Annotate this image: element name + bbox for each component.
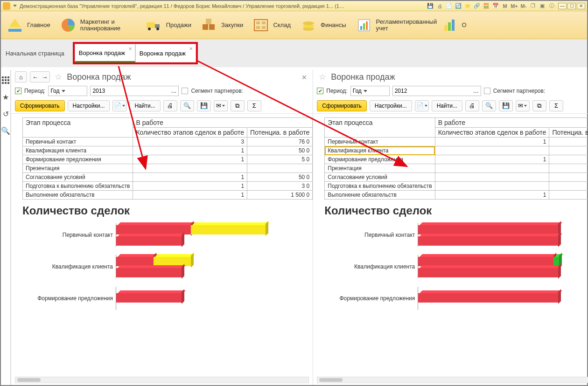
nav-finance[interactable]: Финансы (299, 16, 346, 34)
refresh-icon[interactable]: 🔃 (455, 2, 462, 10)
nav-main[interactable]: Главное (6, 16, 50, 34)
table-row[interactable]: Согласование условий150 0 (23, 173, 313, 182)
year-input[interactable]: 2012… (392, 86, 481, 96)
nav-more[interactable]: О (441, 16, 467, 34)
variants-button[interactable]: 📄 (112, 100, 126, 111)
settings-button[interactable]: Настройки... (370, 100, 412, 111)
panel-icon[interactable]: ▣ (539, 2, 546, 10)
find-button[interactable]: Найти... (432, 100, 462, 111)
preview-button[interactable]: 🔍 (482, 100, 496, 111)
compare-button[interactable]: ⧉ (532, 100, 546, 111)
nav-regulated[interactable]: Регламентированный учет (355, 16, 432, 34)
print-button[interactable]: 🖨 (163, 100, 177, 111)
chart-right: Первичный контакт Квалификация клиента (324, 221, 588, 319)
save-button[interactable]: 💾 (499, 100, 513, 111)
history-icon[interactable]: ↺ (1, 109, 10, 118)
svg-rect-11 (262, 21, 266, 24)
report-icon (355, 16, 373, 34)
tabs-bar: Начальная страница Воронка продаж ✕ Воро… (1, 39, 587, 67)
svg-rect-3 (155, 24, 160, 28)
table-row[interactable]: Квалификация клиента150 0 (23, 146, 313, 155)
svg-rect-12 (256, 26, 260, 29)
svg-rect-18 (360, 26, 362, 30)
period-combo[interactable]: Год (350, 86, 390, 96)
memory-m[interactable]: M (501, 2, 509, 10)
settings-button[interactable]: Настройки... (68, 100, 110, 111)
nav-warehouse[interactable]: Склад (252, 16, 291, 34)
h-scrollbar[interactable] (15, 377, 309, 383)
variants-button[interactable]: 📄 (415, 100, 429, 111)
nav-purchases[interactable]: Закупки (200, 16, 243, 34)
home-button[interactable]: ⌂ (15, 71, 27, 83)
close-button[interactable]: ✕ (577, 3, 585, 9)
table-row[interactable]: Подготовка к выполнению обязательств (325, 182, 588, 191)
compare-button[interactable]: ⧉ (231, 100, 245, 111)
app-icon (3, 2, 10, 10)
star-icon[interactable]: ☆ (55, 72, 62, 82)
print-button[interactable]: 🖨 (465, 100, 479, 111)
table-row[interactable]: Презентация (325, 164, 588, 173)
table-row[interactable]: Первичный контакт113 (325, 138, 588, 146)
favorites-icon[interactable]: ★ (1, 92, 10, 102)
col-potential: Потенциа. в работе (247, 128, 313, 138)
period-checkbox[interactable]: ✔ (317, 88, 323, 94)
sum-button[interactable]: Σ (247, 100, 261, 111)
period-combo[interactable]: Год (48, 86, 87, 96)
table-row[interactable]: Первичный контакт376 0 (23, 138, 313, 146)
table-row[interactable]: Выполнение обязательств11 500 0 (23, 191, 313, 200)
calc-icon[interactable]: 🧮 (483, 2, 490, 10)
tab-funnel-1[interactable]: Воронка продаж ✕ (75, 44, 135, 62)
title-bar: Демонстрационная база "Управление торгов… (1, 1, 587, 11)
svg-rect-20 (366, 21, 368, 30)
segment-checkbox[interactable] (484, 88, 490, 94)
segment-checkbox[interactable] (182, 88, 188, 94)
preview-button[interactable]: 🔍 (180, 100, 194, 111)
table-row[interactable]: Формирование предложения15 (325, 155, 588, 164)
info-icon[interactable]: ⓘ (548, 2, 555, 10)
start-page-tab[interactable]: Начальная страница (6, 50, 64, 57)
minimize-button[interactable]: — (558, 3, 567, 9)
window-buttons: — ☐ ✕ (558, 3, 585, 9)
table-row[interactable]: Формирование предложения15 0 (23, 155, 313, 164)
svg-rect-8 (206, 19, 211, 24)
app-menu-dropdown[interactable] (13, 5, 17, 7)
doc-icon[interactable]: 📄 (445, 2, 453, 10)
period-checkbox[interactable]: ✔ (15, 88, 21, 94)
pane-close-button[interactable]: ✕ (301, 74, 307, 81)
link-icon[interactable]: 🔗 (473, 2, 481, 10)
nav-sales[interactable]: Продажи (145, 16, 191, 34)
piechart-icon (59, 16, 77, 34)
nav-marketing[interactable]: Маркетинг и планирование (59, 16, 136, 34)
memory-mplus[interactable]: M+ (511, 2, 518, 10)
nav-back-forward[interactable]: ← → (30, 71, 50, 83)
year-input[interactable]: 2013… (90, 86, 179, 96)
close-icon[interactable]: ✕ (189, 46, 193, 51)
table-row[interactable]: Выполнение обязательств11 500 (325, 191, 588, 200)
save-button[interactable]: 💾 (197, 100, 211, 111)
memory-mminus[interactable]: M- (520, 2, 527, 10)
calendar-icon[interactable]: 📅 (492, 2, 499, 10)
form-button[interactable]: Сформировать (317, 100, 367, 111)
sum-button[interactable]: Σ (549, 100, 563, 111)
favorite-icon[interactable]: ⭐ (464, 2, 471, 10)
windows-icon[interactable]: ❐ (529, 2, 537, 10)
save-icon[interactable]: 💾 (427, 2, 434, 10)
find-button[interactable]: Найти... (129, 100, 160, 111)
mail-button[interactable]: ✉ (516, 100, 530, 111)
table-row[interactable]: Согласование условий (325, 173, 588, 182)
tab-funnel-2[interactable]: Воронка продаж ✕ (135, 44, 196, 62)
svg-rect-7 (209, 24, 215, 30)
mail-button[interactable]: ✉ (214, 100, 228, 111)
star-icon[interactable]: ☆ (319, 72, 326, 82)
h-scrollbar[interactable] (317, 377, 588, 383)
search-icon[interactable]: 🔍 (1, 126, 10, 135)
svg-point-16 (303, 21, 314, 25)
table-row[interactable]: Квалификация клиента (325, 146, 588, 155)
table-row[interactable]: Подготовка к выполнению обязательств13 0 (23, 182, 313, 191)
maximize-button[interactable]: ☐ (567, 3, 576, 9)
table-row[interactable]: Презентация (23, 164, 313, 173)
form-button[interactable]: Сформировать (15, 100, 65, 111)
close-icon[interactable]: ✕ (128, 46, 132, 51)
apps-icon[interactable] (1, 76, 10, 85)
print-icon[interactable]: 🖨 (436, 2, 443, 10)
